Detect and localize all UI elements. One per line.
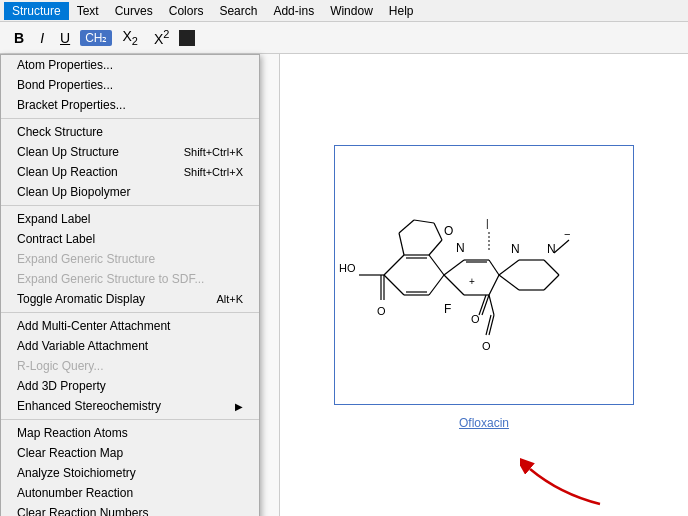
separator-1: [1, 118, 259, 119]
svg-text:O: O: [482, 340, 491, 352]
cleanup-structure-shortcut: Shift+Ctrl+K: [184, 146, 243, 158]
underline-button[interactable]: U: [54, 28, 76, 48]
menu-expand-label[interactable]: Expand Label: [1, 209, 259, 229]
menu-colors[interactable]: Colors: [161, 2, 212, 20]
separator-3: [1, 312, 259, 313]
menu-map-reaction[interactable]: Map Reaction Atoms: [1, 423, 259, 443]
separator-4: [1, 419, 259, 420]
menu-enhanced-stereo[interactable]: Enhanced Stereochemistry ▶: [1, 396, 259, 416]
svg-line-13: [444, 275, 464, 295]
svg-text:HO: HO: [339, 262, 356, 274]
cleanup-reaction-shortcut: Shift+Ctrl+X: [184, 166, 243, 178]
svg-line-30: [554, 240, 569, 253]
svg-line-38: [489, 295, 494, 315]
main-content: Atom Properties... Bond Properties... Br…: [0, 54, 688, 516]
menu-window[interactable]: Window: [322, 2, 381, 20]
svg-line-8: [444, 260, 464, 275]
menu-search[interactable]: Search: [211, 2, 265, 20]
bold-button[interactable]: B: [8, 28, 30, 48]
menu-add-multicenter[interactable]: Add Multi-Center Attachment: [1, 316, 259, 336]
menu-clear-reaction-numbers[interactable]: Clear Reaction Numbers: [1, 503, 259, 516]
svg-line-5: [384, 275, 404, 295]
menu-clear-reaction-map[interactable]: Clear Reaction Map: [1, 443, 259, 463]
molecule-container: F N + HO O: [324, 135, 644, 435]
menu-rlogic: R-Logic Query...: [1, 356, 259, 376]
left-panel: Atom Properties... Bond Properties... Br…: [0, 54, 280, 516]
italic-button[interactable]: I: [34, 28, 50, 48]
menu-cleanup-biopolymer[interactable]: Clean Up Biopolymer: [1, 182, 259, 202]
svg-line-32: [399, 233, 404, 255]
menu-analyze-stoich[interactable]: Analyze Stoichiometry: [1, 463, 259, 483]
separator-2: [1, 205, 259, 206]
structure-dropdown-menu: Atom Properties... Bond Properties... Br…: [0, 54, 260, 516]
menu-text[interactable]: Text: [69, 2, 107, 20]
arrow-indicator: [520, 454, 610, 514]
menu-curves[interactable]: Curves: [107, 2, 161, 20]
svg-line-2: [429, 255, 444, 275]
menu-toggle-aromatic[interactable]: Toggle Aromatic Display Alt+K: [1, 289, 259, 309]
menu-expand-generic-sdf: Expand Generic Structure to SDF...: [1, 269, 259, 289]
superscript-button[interactable]: X2: [148, 26, 175, 49]
menu-cleanup-reaction[interactable]: Clean Up Reaction Shift+Ctrl+X: [1, 162, 259, 182]
svg-line-34: [414, 220, 434, 223]
menu-atom-properties[interactable]: Atom Properties...: [1, 55, 259, 75]
molecule-svg: F N + HO O: [334, 145, 634, 405]
menu-autonumber[interactable]: Autonumber Reaction: [1, 483, 259, 503]
svg-line-25: [544, 275, 559, 290]
toolbar: B I U CH₂ X2 X2: [0, 22, 688, 54]
svg-line-33: [399, 220, 414, 233]
enhanced-stereo-arrow: ▶: [235, 401, 243, 412]
svg-text:N: N: [511, 242, 520, 256]
svg-line-3: [429, 275, 444, 295]
menu-expand-generic: Expand Generic Structure: [1, 249, 259, 269]
svg-line-36: [429, 240, 442, 255]
menu-help[interactable]: Help: [381, 2, 422, 20]
formula-button[interactable]: CH₂: [80, 30, 112, 46]
color-swatch[interactable]: [179, 30, 195, 46]
menu-check-structure[interactable]: Check Structure: [1, 122, 259, 142]
svg-text:N: N: [456, 241, 465, 255]
menu-bond-properties[interactable]: Bond Properties...: [1, 75, 259, 95]
menu-add-3d[interactable]: Add 3D Property: [1, 376, 259, 396]
svg-text:−: −: [564, 228, 570, 240]
menu-structure[interactable]: Structure: [4, 2, 69, 20]
svg-text:N: N: [547, 242, 556, 256]
menu-bar: Structure Text Curves Colors Search Add-…: [0, 0, 688, 22]
molecule-name-label: Ofloxacin: [459, 416, 509, 430]
fluorine-label: F: [444, 302, 451, 316]
svg-text:|: |: [486, 218, 489, 229]
menu-contract-label[interactable]: Contract Label: [1, 229, 259, 249]
svg-line-27: [499, 275, 519, 290]
menu-cleanup-structure[interactable]: Clean Up Structure Shift+Ctrl+K: [1, 142, 259, 162]
svg-line-35: [434, 223, 442, 240]
svg-line-22: [499, 260, 519, 275]
right-panel: F N + HO O: [280, 54, 688, 516]
subscript-button[interactable]: X2: [116, 26, 143, 49]
svg-text:+: +: [469, 276, 475, 287]
svg-text:O: O: [444, 224, 453, 238]
toggle-aromatic-shortcut: Alt+K: [216, 293, 243, 305]
svg-line-10: [489, 260, 499, 275]
menu-addins[interactable]: Add-ins: [265, 2, 322, 20]
svg-line-0: [384, 255, 404, 275]
svg-text:O: O: [377, 305, 386, 317]
menu-bracket-properties[interactable]: Bracket Properties...: [1, 95, 259, 115]
menu-add-variable[interactable]: Add Variable Attachment: [1, 336, 259, 356]
svg-line-24: [544, 260, 559, 275]
svg-line-11: [489, 275, 499, 295]
svg-text:O: O: [471, 313, 480, 325]
